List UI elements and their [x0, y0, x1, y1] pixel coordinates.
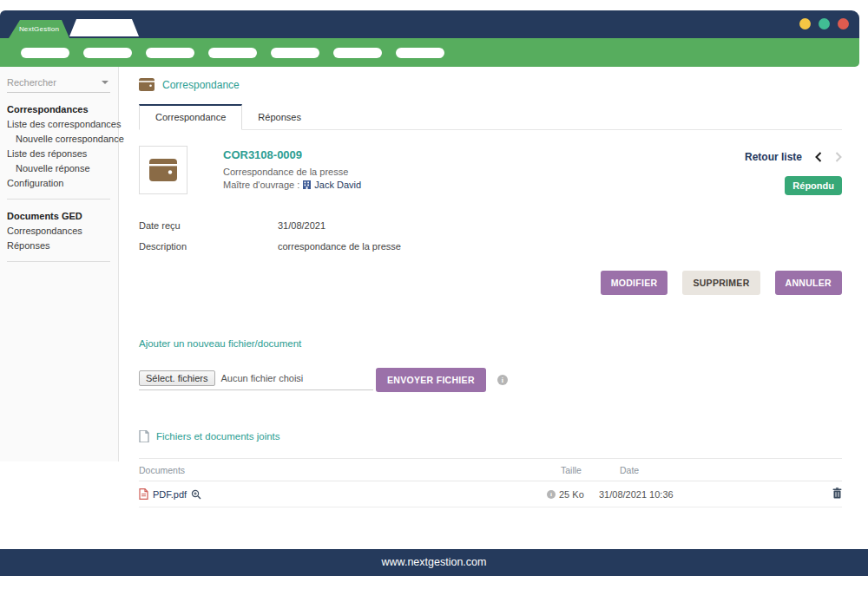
pdf-file-icon	[139, 488, 148, 500]
attachments-header: Fichiers et documents joints	[139, 430, 842, 442]
record-header: COR3108-0009 Correspondance de la presse…	[139, 144, 842, 198]
sidebar-item-nouvelle-reponse[interactable]: Nouvelle réponse	[7, 161, 118, 176]
file-name-link[interactable]: PDF.pdf	[153, 489, 187, 500]
record-actions: MODIFIER SUPPRIMER ANNULER	[139, 271, 842, 295]
upload-form: Sélect. fichiers Aucun fichier choisi EN…	[139, 368, 842, 392]
field-label: Date reçu	[139, 220, 278, 231]
send-file-button[interactable]: ENVOYER FICHIER	[376, 368, 486, 392]
info-icon[interactable]: i	[497, 375, 508, 385]
field-description: Description correspondance de la presse	[139, 236, 842, 257]
page-title[interactable]: Correspondance	[162, 79, 240, 91]
table-header-row: Documents Taille Date	[139, 458, 842, 481]
select-files-button[interactable]: Sélect. fichiers	[139, 370, 215, 386]
nav-menu-pill[interactable]	[83, 48, 132, 58]
chevron-right-icon[interactable]	[835, 152, 842, 162]
main-navbar	[0, 38, 859, 67]
actions-cell	[816, 488, 842, 501]
sidebar-item-configuration[interactable]: Configuration	[7, 176, 118, 191]
tab-correspondance[interactable]: Correspondance	[139, 104, 242, 130]
sidebar-section-correspondances: Correspondances	[7, 104, 118, 115]
main-content: Correspondance Correspondance Réponses C…	[120, 67, 868, 507]
record-owner: Maître d'ouvrage : Jack David	[223, 180, 842, 190]
record-fields: Date reçu 31/08/2021 Description corresp…	[139, 215, 842, 257]
search-select[interactable]: Rechercher	[7, 77, 110, 93]
modify-button[interactable]: MODIFIER	[601, 271, 668, 295]
chevron-left-icon[interactable]	[815, 152, 822, 162]
window-controls	[799, 18, 849, 29]
sidebar-divider	[7, 261, 110, 262]
file-chosen-status: Aucun fichier choisi	[221, 373, 304, 383]
size-cell: i 25 Ko	[547, 489, 599, 500]
sidebar-item-nouvelle-correspondance[interactable]: Nouvelle correspondance	[7, 132, 118, 147]
status-badge: Répondu	[785, 176, 842, 195]
nav-menu-pill[interactable]	[333, 48, 382, 58]
breadcrumb: Correspondance	[139, 78, 842, 91]
trash-icon[interactable]	[832, 488, 842, 499]
nav-menu-pill[interactable]	[396, 48, 444, 58]
sidebar-divider	[7, 199, 110, 200]
wallet-icon	[139, 78, 155, 91]
file-size: 25 Ko	[559, 489, 584, 500]
preview-magnifier-icon[interactable]	[191, 489, 201, 500]
owner-name-link[interactable]: Jack David	[314, 180, 361, 190]
record-subtitle: Correspondance de la presse	[223, 167, 842, 177]
sidebar-item-ged-correspondances[interactable]: Correspondances	[7, 224, 118, 239]
tab-reponses[interactable]: Réponses	[242, 105, 317, 129]
footer-url: www.nextgestion.com	[382, 556, 487, 568]
tab-bar: Correspondance Réponses	[139, 104, 842, 130]
info-icon: i	[547, 490, 556, 499]
wallet-icon	[149, 159, 177, 181]
cancel-button[interactable]: ANNULER	[775, 271, 842, 295]
chevron-down-icon	[102, 81, 108, 84]
brand-label: NextGestion	[19, 25, 59, 33]
sidebar: Rechercher Correspondances Liste des cor…	[0, 67, 119, 461]
nav-menu-pill[interactable]	[21, 48, 69, 58]
attachments-table: Documents Taille Date PDF.pdf	[139, 458, 842, 507]
attachments-title: Fichiers et documents joints	[156, 431, 280, 442]
sidebar-item-liste-reponses[interactable]: Liste des réponses	[7, 147, 118, 161]
document-icon	[139, 430, 149, 442]
column-documents: Documents	[139, 465, 547, 475]
upload-section-title: Ajouter un nouveau fichier/document	[139, 338, 842, 349]
maximize-dot-icon[interactable]	[819, 18, 830, 29]
close-dot-icon[interactable]	[838, 18, 849, 29]
nav-menu-pill[interactable]	[208, 48, 257, 58]
delete-button[interactable]: SUPPRIMER	[682, 271, 760, 295]
footer-bar: www.nextgestion.com	[0, 549, 868, 576]
search-placeholder: Rechercher	[7, 77, 56, 88]
column-taille: Taille	[547, 465, 599, 475]
record-navigation: Retour liste	[745, 151, 842, 163]
back-to-list-link[interactable]: Retour liste	[745, 151, 802, 163]
table-row: PDF.pdf i 25 Ko 31/08/2021 10:36	[139, 481, 842, 507]
nav-menu-pill[interactable]	[146, 48, 194, 58]
blank-browser-tab[interactable]	[69, 19, 139, 36]
building-icon	[303, 180, 311, 189]
record-thumbnail	[139, 146, 187, 194]
brand-tab[interactable]: NextGestion	[9, 20, 69, 38]
nav-menu-pill[interactable]	[271, 48, 319, 58]
column-date: Date	[599, 465, 816, 475]
document-cell: PDF.pdf	[139, 488, 547, 500]
date-cell: 31/08/2021 10:36	[599, 489, 816, 500]
minimize-dot-icon[interactable]	[799, 18, 811, 29]
sidebar-item-ged-reponses[interactable]: Réponses	[7, 239, 118, 253]
window-titlebar: NextGestion	[0, 10, 859, 38]
owner-label: Maître d'ouvrage :	[223, 180, 299, 190]
sidebar-section-documents-ged: Documents GED	[7, 211, 118, 221]
field-value: 31/08/2021	[278, 220, 326, 231]
file-input[interactable]: Sélect. fichiers Aucun fichier choisi	[139, 370, 373, 390]
field-date-recu: Date reçu 31/08/2021	[139, 215, 842, 236]
field-value: correspondance de la presse	[278, 241, 401, 252]
field-label: Description	[139, 241, 278, 252]
sidebar-item-liste-correspondances[interactable]: Liste des correspondances	[7, 117, 118, 132]
